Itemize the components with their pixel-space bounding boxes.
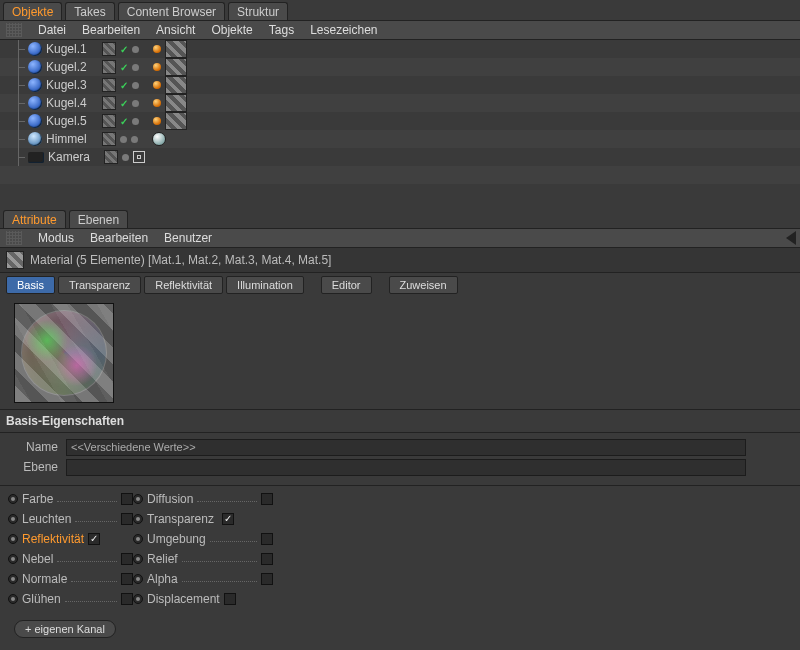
layer-hatch-icon[interactable] [104, 150, 118, 164]
render-dot-icon[interactable] [132, 100, 139, 107]
menu-tags[interactable]: Tags [269, 23, 294, 37]
chan-displacement[interactable]: Displacement [147, 592, 220, 606]
menu-modus[interactable]: Modus [38, 231, 74, 245]
tab-struktur[interactable]: Struktur [228, 2, 288, 20]
menu-benutzer[interactable]: Benutzer [164, 231, 212, 245]
visibility-check-icon[interactable]: ✓ [120, 116, 128, 127]
checkbox-alpha[interactable] [261, 573, 273, 585]
add-channel-button[interactable]: + eigenen Kanal [14, 620, 116, 638]
object-label[interactable]: Kugel.4 [46, 96, 98, 110]
checkbox-displacement[interactable] [224, 593, 236, 605]
chan-alpha[interactable]: Alpha [147, 572, 178, 586]
render-dot-icon[interactable] [132, 82, 139, 89]
tree-row-himmel[interactable]: Himmel [0, 130, 800, 148]
chtab-illumination[interactable]: Illumination [226, 276, 304, 294]
object-label[interactable]: Kugel.5 [46, 114, 98, 128]
visibility-check-icon[interactable]: ✓ [120, 98, 128, 109]
radio-icon[interactable] [8, 514, 18, 524]
tab-objekte[interactable]: Objekte [3, 2, 62, 20]
name-field[interactable] [66, 439, 746, 456]
radio-icon[interactable] [133, 554, 143, 564]
chtab-editor[interactable]: Editor [321, 276, 372, 294]
radio-icon[interactable] [133, 594, 143, 604]
render-dot-icon[interactable] [132, 118, 139, 125]
radio-icon[interactable] [8, 534, 18, 544]
render-dot-icon[interactable] [131, 136, 138, 143]
chan-umgebung[interactable]: Umgebung [147, 532, 206, 546]
checkbox-gluehen[interactable] [121, 593, 133, 605]
phong-tag-icon[interactable] [153, 81, 161, 89]
tree-row-kugel-5[interactable]: Kugel.5 ✓ [0, 112, 800, 130]
chtab-transparenz[interactable]: Transparenz [58, 276, 141, 294]
menu-bearbeiten[interactable]: Bearbeiten [90, 231, 148, 245]
tree-row-kamera[interactable]: Kamera [0, 148, 800, 166]
chtab-reflektivitaet[interactable]: Reflektivität [144, 276, 223, 294]
radio-icon[interactable] [8, 594, 18, 604]
chtab-zuweisen[interactable]: Zuweisen [389, 276, 458, 294]
layer-hatch-icon[interactable] [102, 60, 116, 74]
chan-nebel[interactable]: Nebel [22, 552, 53, 566]
visibility-dot-icon[interactable] [120, 136, 127, 143]
radio-icon[interactable] [133, 494, 143, 504]
gripper-icon[interactable] [6, 231, 22, 245]
phong-tag-icon[interactable] [153, 99, 161, 107]
object-label[interactable]: Kamera [48, 150, 100, 164]
layer-hatch-icon[interactable] [102, 132, 116, 146]
camera-view-toggle-icon[interactable] [133, 151, 145, 163]
layer-hatch-icon[interactable] [102, 96, 116, 110]
chan-leuchten[interactable]: Leuchten [22, 512, 71, 526]
material-tag-icon[interactable] [165, 58, 187, 76]
checkbox-normale[interactable] [121, 573, 133, 585]
checkbox-transparenz[interactable]: ✓ [222, 513, 234, 525]
layer-hatch-icon[interactable] [102, 78, 116, 92]
tree-row-kugel-1[interactable]: Kugel.1 ✓ [0, 40, 800, 58]
chan-transparenz[interactable]: Transparenz [147, 512, 214, 526]
tab-attribute[interactable]: Attribute [3, 210, 66, 228]
phong-tag-icon[interactable] [153, 117, 161, 125]
menu-objekte[interactable]: Objekte [211, 23, 252, 37]
visibility-check-icon[interactable]: ✓ [120, 62, 128, 73]
material-tag-icon[interactable] [165, 76, 187, 94]
menu-lesezeichen[interactable]: Lesezeichen [310, 23, 377, 37]
sky-material-tag-icon[interactable] [152, 132, 166, 146]
visibility-dot-icon[interactable] [122, 154, 129, 161]
ebene-field[interactable] [66, 459, 746, 476]
visibility-check-icon[interactable]: ✓ [120, 80, 128, 91]
phong-tag-icon[interactable] [153, 45, 161, 53]
tab-ebenen[interactable]: Ebenen [69, 210, 128, 228]
radio-icon[interactable] [133, 514, 143, 524]
object-label[interactable]: Kugel.3 [46, 78, 98, 92]
object-label[interactable]: Kugel.2 [46, 60, 98, 74]
checkbox-nebel[interactable] [121, 553, 133, 565]
material-tag-icon[interactable] [165, 40, 187, 58]
menu-ansicht[interactable]: Ansicht [156, 23, 195, 37]
visibility-check-icon[interactable]: ✓ [120, 44, 128, 55]
tree-row-kugel-3[interactable]: Kugel.3 ✓ [0, 76, 800, 94]
checkbox-reflektivitaet[interactable]: ✓ [88, 533, 100, 545]
checkbox-leuchten[interactable] [121, 513, 133, 525]
gripper-icon[interactable] [6, 23, 22, 37]
material-tag-icon[interactable] [165, 112, 187, 130]
tree-row-kugel-2[interactable]: Kugel.2 ✓ [0, 58, 800, 76]
menu-bearbeiten[interactable]: Bearbeiten [82, 23, 140, 37]
phong-tag-icon[interactable] [153, 63, 161, 71]
chan-diffusion[interactable]: Diffusion [147, 492, 193, 506]
chtab-basis[interactable]: Basis [6, 276, 55, 294]
material-preview[interactable] [14, 303, 114, 403]
radio-icon[interactable] [8, 554, 18, 564]
tab-content-browser[interactable]: Content Browser [118, 2, 225, 20]
checkbox-relief[interactable] [261, 553, 273, 565]
checkbox-farbe[interactable] [121, 493, 133, 505]
chan-normale[interactable]: Normale [22, 572, 67, 586]
render-dot-icon[interactable] [132, 64, 139, 71]
checkbox-diffusion[interactable] [261, 493, 273, 505]
chan-reflektivitaet[interactable]: Reflektivität [22, 532, 84, 546]
layer-hatch-icon[interactable] [102, 42, 116, 56]
chan-farbe[interactable]: Farbe [22, 492, 53, 506]
chan-gluehen[interactable]: Glühen [22, 592, 61, 606]
layer-hatch-icon[interactable] [102, 114, 116, 128]
material-tag-icon[interactable] [165, 94, 187, 112]
radio-icon[interactable] [8, 494, 18, 504]
object-label[interactable]: Kugel.1 [46, 42, 98, 56]
checkbox-umgebung[interactable] [261, 533, 273, 545]
